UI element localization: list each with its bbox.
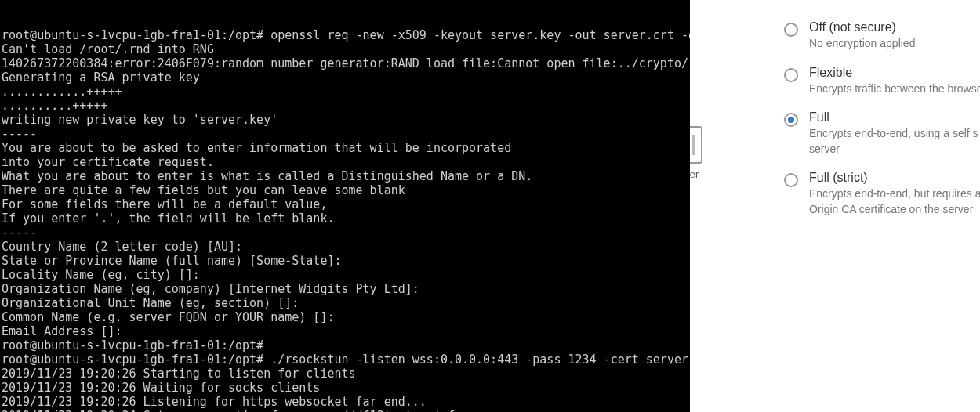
option-full[interactable]: Full Encrypts end-to-end, using a self s… [784, 110, 980, 157]
option-flexible[interactable]: Flexible Encrypts traffic between the br… [784, 66, 980, 97]
ssl-options: Off (not secure) No encryption applied F… [784, 20, 980, 232]
option-desc: Encrypts end-to-end, using a self s serv… [809, 126, 978, 157]
radio-icon[interactable] [784, 68, 798, 82]
option-off[interactable]: Off (not secure) No encryption applied [784, 20, 980, 52]
terminal[interactable]: root@ubuntu-s-1vcpu-1gb-fra1-01:/opt# op… [0, 0, 690, 412]
option-title: Full (strict) [809, 171, 980, 185]
radio-icon[interactable] [784, 173, 798, 187]
terminal-output: root@ubuntu-s-1vcpu-1gb-fra1-01:/opt# op… [2, 28, 688, 412]
option-desc: Encrypts end-to-end, but requires a Orig… [809, 186, 980, 217]
option-full-strict[interactable]: Full (strict) Encrypts end-to-end, but r… [784, 171, 980, 217]
option-title: Full [809, 110, 978, 125]
option-title: Off (not secure) [809, 20, 915, 34]
option-desc: Encrypts traffic between the browse [809, 81, 980, 97]
radio-icon[interactable] [784, 23, 798, 37]
radio-icon[interactable] [784, 113, 798, 127]
option-desc: No encryption applied [809, 36, 915, 52]
option-title: Flexible [809, 66, 980, 80]
